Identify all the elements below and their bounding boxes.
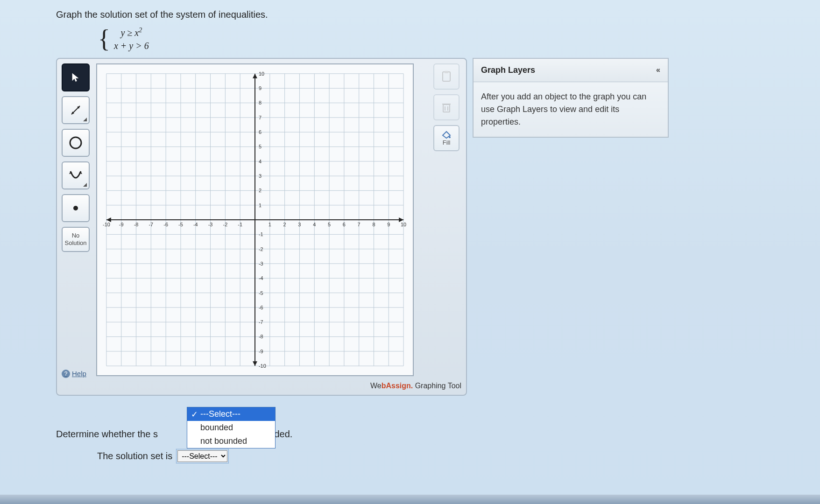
solution-select[interactable]: ---Select---: [177, 450, 227, 462]
dropdown-option-not-bounded[interactable]: not bounded: [187, 434, 275, 448]
svg-text:4: 4: [313, 222, 316, 227]
svg-rect-96: [445, 71, 448, 73]
right-tool-column: Fill: [431, 63, 461, 378]
svg-text:5: 5: [328, 222, 331, 227]
svg-text:-8: -8: [259, 334, 263, 339]
svg-text:-1: -1: [238, 222, 242, 227]
parabola-tool[interactable]: [62, 161, 90, 189]
svg-text:4: 4: [259, 158, 262, 164]
svg-point-101: [449, 136, 451, 138]
svg-text:-10: -10: [259, 363, 266, 369]
svg-point-3: [70, 137, 81, 148]
svg-text:-6: -6: [163, 222, 168, 227]
svg-text:-3: -3: [259, 261, 263, 266]
svg-text:-2: -2: [223, 222, 228, 227]
svg-text:-9: -9: [259, 348, 263, 354]
svg-text:8: 8: [259, 100, 262, 105]
svg-text:7: 7: [358, 222, 361, 227]
clipboard-button: [433, 63, 459, 90]
no-solution-tool[interactable]: No Solution: [62, 227, 90, 252]
help-link[interactable]: ? Help: [62, 304, 92, 378]
layers-body-text: After you add an object to the graph you…: [473, 82, 669, 138]
svg-text:3: 3: [259, 173, 262, 179]
graph-layers-panel: Graph Layers « After you add an object t…: [473, 58, 669, 138]
submenu-indicator-icon: [83, 183, 87, 187]
svg-text:8: 8: [372, 222, 375, 227]
svg-text:5: 5: [259, 144, 262, 149]
layers-header[interactable]: Graph Layers «: [473, 58, 669, 82]
circle-tool[interactable]: [62, 129, 90, 157]
coordinate-grid[interactable]: -10-10-9-9-8-8-7-7-6-6-5-5-4-4-3-3-2-2-1…: [96, 63, 414, 376]
svg-text:-7: -7: [148, 222, 153, 227]
svg-text:1: 1: [269, 222, 271, 227]
solution-sentence: The solution set is ---Select---: [97, 449, 820, 463]
svg-text:3: 3: [298, 222, 301, 227]
dropdown-option-bounded[interactable]: bounded: [187, 421, 275, 434]
svg-text:-2: -2: [259, 246, 263, 252]
question-prompt: Graph the solution set of the system of …: [56, 9, 820, 20]
line-tool[interactable]: [62, 96, 90, 124]
svg-text:-4: -4: [259, 275, 263, 281]
svg-text:-8: -8: [134, 222, 139, 227]
svg-text:7: 7: [259, 114, 262, 120]
svg-text:-4: -4: [193, 222, 198, 227]
svg-marker-54: [253, 361, 257, 366]
determine-sentence: Determine whether the s ded.: [56, 429, 820, 440]
svg-text:1: 1: [259, 202, 262, 208]
delete-button: [433, 94, 459, 120]
svg-text:-3: -3: [208, 222, 213, 227]
svg-text:10: 10: [401, 222, 406, 227]
svg-text:2: 2: [283, 222, 286, 227]
layers-title: Graph Layers: [481, 65, 535, 75]
widget-branding: WebAssign. Graphing Tool: [62, 382, 461, 390]
svg-text:2: 2: [259, 188, 262, 193]
tool-column: No Solution ? Help: [62, 63, 92, 378]
svg-marker-53: [253, 74, 257, 78]
dropdown-option-placeholder[interactable]: ---Select---: [187, 407, 275, 421]
svg-text:6: 6: [259, 129, 262, 135]
fill-tool[interactable]: Fill: [433, 125, 459, 151]
svg-text:-1: -1: [259, 231, 263, 237]
svg-point-6: [73, 206, 78, 210]
point-tool[interactable]: [62, 194, 90, 222]
svg-text:-5: -5: [259, 290, 263, 295]
svg-text:-9: -9: [119, 222, 124, 227]
svg-text:-7: -7: [259, 319, 263, 325]
svg-text:-6: -6: [259, 305, 263, 310]
collapse-icon[interactable]: «: [656, 66, 660, 74]
brace-icon: {: [98, 29, 110, 49]
svg-text:6: 6: [343, 222, 346, 227]
pointer-tool[interactable]: [62, 63, 90, 91]
svg-text:-5: -5: [178, 222, 183, 227]
submenu-indicator-icon: [83, 118, 87, 121]
inequality-system: { y ≥ x2 x + y > 6: [98, 26, 820, 52]
graph-canvas[interactable]: -10-10-9-9-8-8-7-7-6-6-5-5-4-4-3-3-2-2-1…: [96, 63, 428, 378]
svg-text:9: 9: [387, 222, 390, 227]
help-icon: ?: [62, 370, 70, 378]
solution-select-wrap[interactable]: ---Select---: [176, 449, 229, 463]
svg-text:-10: -10: [103, 222, 110, 227]
svg-rect-97: [443, 105, 450, 112]
svg-text:9: 9: [259, 85, 262, 91]
macos-dock-hint: [0, 495, 820, 504]
bounded-dropdown-list[interactable]: ---Select--- bounded not bounded: [187, 407, 276, 448]
svg-text:10: 10: [259, 71, 264, 77]
graphing-widget: No Solution ? Help -10-10-9-9-8-8-7-7-6-…: [56, 58, 467, 396]
